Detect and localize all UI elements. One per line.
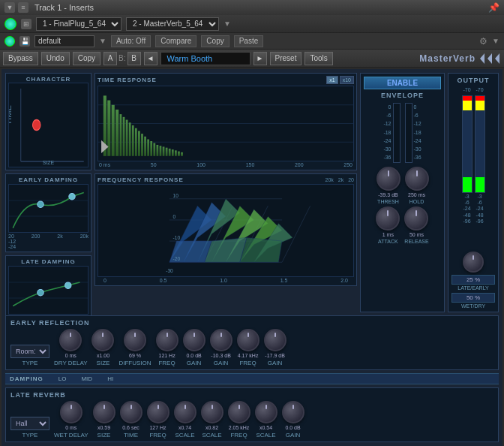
track-dropdown-icon[interactable]: ▼ <box>224 20 231 28</box>
character-graph: TIME <box>9 83 88 167</box>
lr-freq-hi-label: FREQ <box>230 432 247 438</box>
svg-text:-20: -20 <box>173 256 181 261</box>
copy-btn[interactable]: Copy <box>201 35 229 47</box>
lr-wet-delay-value: 0 ms <box>65 425 76 430</box>
scale-x10-btn[interactable]: x10 <box>340 76 354 84</box>
bypass-btn[interactable]: Bypass <box>3 52 38 65</box>
er-diffusion-label: DIFFUSION <box>118 360 151 366</box>
attack-knob[interactable] <box>376 206 400 231</box>
copy-ctrl-btn[interactable]: Copy <box>73 52 100 65</box>
late-early-label: LATE/EARLY <box>458 285 488 291</box>
wet-dry-value[interactable]: 50 % <box>452 293 495 303</box>
settings-dropdown-icon[interactable]: ▼ <box>492 37 500 45</box>
lr-gain-knob[interactable] <box>282 401 304 423</box>
thresh-value: -39.3 dB <box>378 192 398 197</box>
er-freq-knob[interactable] <box>156 329 178 351</box>
late-early-value[interactable]: 25 % <box>452 275 495 285</box>
menu-icon[interactable]: ≡ <box>18 2 28 13</box>
undo-btn[interactable]: Undo <box>41 52 70 65</box>
lr-time-knob[interactable] <box>120 401 142 423</box>
output-label: OUTPUT <box>458 77 490 84</box>
compare-btn[interactable]: Compare <box>155 35 196 47</box>
next-preset-btn[interactable]: ► <box>254 52 267 65</box>
er-dry-delay-knob[interactable] <box>59 329 82 351</box>
svg-text:TIME: TIME <box>9 105 13 125</box>
late-reverb-label: LATE REVERB <box>10 391 494 399</box>
er-size-label: SIZE <box>97 360 110 366</box>
hold-label: HOLD <box>410 199 424 204</box>
attack-label: ATTACK <box>378 239 398 244</box>
damping-lo-label: LO <box>58 375 67 382</box>
lr-scale-mid-knob[interactable] <box>201 401 224 423</box>
lr-freq-value: 127 Hz <box>149 425 166 430</box>
lr-freq-knob[interactable] <box>147 401 170 423</box>
hold-knob[interactable] <box>405 167 429 191</box>
settings-gear-icon[interactable]: ⚙ <box>479 36 488 47</box>
ab-b-btn[interactable]: B <box>128 52 141 65</box>
enable-btn[interactable]: ENABLE <box>364 77 441 89</box>
hold-value: 250 ms <box>408 192 425 197</box>
plugin-logo <box>478 51 501 66</box>
freq-response-panel: FREQUENCY RESPONSE 20k 2k 20 <box>94 173 357 286</box>
svg-rect-27 <box>169 149 171 156</box>
collapse-icon[interactable]: ▼ <box>4 2 15 13</box>
damping-label: DAMPING <box>10 375 44 382</box>
ab-a-btn[interactable]: A <box>104 52 117 65</box>
svg-rect-25 <box>163 146 165 155</box>
er-gain-mid-value: -10.3 dB <box>211 353 230 358</box>
lr-wet-delay-knob[interactable] <box>60 401 82 423</box>
track-icon[interactable]: ⊞ <box>21 19 32 29</box>
preset-dropdown-icon[interactable]: ▼ <box>99 37 106 45</box>
lr-scale-lo-value: x0.74 <box>178 425 191 430</box>
plugin2-select[interactable]: 2 - MasterVerb_5_64 <box>126 17 219 31</box>
lr-freq-hi-knob[interactable] <box>228 401 250 423</box>
er-gain-lo-knob[interactable] <box>183 329 206 351</box>
scale-x1-btn[interactable]: x1 <box>326 76 338 84</box>
character-label: CHARACTER <box>8 76 88 83</box>
lr-scale-lo-knob[interactable] <box>174 401 196 423</box>
track-power-btn[interactable] <box>4 18 16 30</box>
late-damping-graph <box>9 267 88 314</box>
lr-freq-hi-value: 2.05 kHz <box>229 425 250 430</box>
prev-preset-btn[interactable]: ◄ <box>144 52 158 65</box>
release-knob[interactable] <box>404 206 428 231</box>
preset-save-icon[interactable]: 💾 <box>20 36 30 47</box>
time-response-label: TIME RESPONSE <box>98 77 157 83</box>
svg-text:-10: -10 <box>173 235 181 240</box>
lr-scale-mid-label: SCALE <box>202 432 221 438</box>
pin-icon[interactable]: 📌 <box>488 2 500 13</box>
er-gain-hi-value: -17.9 dB <box>265 353 284 358</box>
hold-knob-group: 250 ms HOLD <box>405 167 429 204</box>
er-type-select[interactable]: Room1 <box>10 345 50 358</box>
lr-type-select[interactable]: Hall <box>10 417 50 430</box>
er-gain-hi-knob[interactable] <box>264 329 286 351</box>
preset-power-btn[interactable] <box>4 36 15 47</box>
lr-scale-hi-knob[interactable] <box>255 401 278 423</box>
lr-size-knob[interactable] <box>93 401 116 423</box>
lr-gain-value: 0.0 dB <box>285 425 300 430</box>
tools-btn[interactable]: Tools <box>304 52 332 65</box>
lr-gain-label: GAIN <box>286 432 301 438</box>
er-freq-value: 121 Hz <box>158 353 175 358</box>
output-knob[interactable] <box>463 252 484 273</box>
scale-buttons: x1 x10 <box>326 76 354 84</box>
paste-btn[interactable]: Paste <box>234 35 264 47</box>
er-gain-mid-knob[interactable] <box>210 329 232 351</box>
thresh-knob[interactable] <box>376 167 400 191</box>
er-diffusion-knob[interactable] <box>124 329 146 351</box>
preset-bar: 💾 ▼ Auto: Off Compare Copy Paste ⚙ ▼ <box>0 33 504 50</box>
lr-scale-lo-label: SCALE <box>175 432 194 438</box>
plugin1-select[interactable]: 1 - FinalPlug_5_64 <box>36 17 122 31</box>
svg-point-39 <box>38 289 44 295</box>
er-size-knob[interactable] <box>92 329 114 351</box>
freq-response-3d-graph: 10 0 -10 -20 -30 <box>98 185 353 276</box>
svg-point-3 <box>33 120 41 131</box>
auto-off-btn[interactable]: Auto: Off <box>111 35 151 47</box>
er-freq-hi-knob[interactable] <box>237 329 260 351</box>
svg-rect-10 <box>116 110 118 156</box>
character-panel: CHARACTER TIME SIZE <box>5 73 92 170</box>
er-freq-hi-label: FREQ <box>239 360 256 366</box>
preset-name-input[interactable] <box>34 35 94 47</box>
er-freq-label: FREQ <box>158 360 175 366</box>
preset-btn[interactable]: Preset <box>270 52 302 65</box>
